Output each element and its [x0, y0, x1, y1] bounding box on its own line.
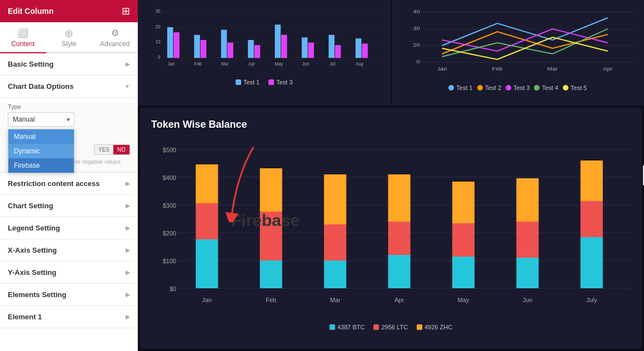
legend-item-btc: 4387 BTC: [330, 324, 365, 330]
sidebar-item-elements-setting[interactable]: Elements Setting ▶: [0, 284, 138, 306]
chart-data-options-expanded: Type Manual Dynamic Firebase ▼ Manual Dy…: [0, 103, 138, 173]
svg-rect-14: [248, 40, 254, 58]
legend-label-ltest2: Test 2: [485, 84, 501, 91]
svg-rect-57: [196, 203, 218, 239]
legend-label-test3: Test 3: [276, 79, 292, 86]
toggle-no[interactable]: NO: [113, 145, 129, 154]
svg-rect-22: [356, 38, 362, 58]
svg-rect-73: [516, 178, 538, 222]
tab-content[interactable]: ⬜ Content: [0, 22, 46, 53]
svg-rect-9: [173, 32, 179, 58]
svg-rect-64: [324, 174, 346, 224]
line-chart-svg: 0 20 30 40 Jan Feb Mar Apr: [401, 7, 636, 79]
grid-icon[interactable]: ⊞: [122, 5, 130, 17]
sidebar-tabs: ⬜ Content ◎ Style ⚙ Advanced: [0, 22, 138, 53]
chevron-right-icon-3: ▶: [126, 203, 130, 209]
svg-text:Feb: Feb: [194, 62, 202, 67]
svg-rect-67: [388, 174, 410, 222]
svg-rect-20: [328, 35, 335, 58]
svg-text:Mar: Mar: [221, 62, 229, 67]
sidebar-item-chart-data-options[interactable]: Chart Data Options ▼: [0, 76, 138, 98]
type-dropdown-menu: Manual Dynamic Firebase: [8, 129, 74, 173]
sidebar-item-xaxis[interactable]: X-Axis Setting ▶: [0, 239, 138, 262]
svg-rect-19: [308, 43, 314, 58]
svg-rect-58: [196, 164, 218, 203]
xaxis-label: X-Axis Setting: [8, 246, 57, 254]
svg-text:July: July: [586, 297, 597, 303]
dropdown-option-manual[interactable]: Manual: [8, 129, 74, 144]
chevron-right-icon-2: ▶: [126, 180, 130, 187]
svg-text:30: 30: [413, 26, 420, 31]
legend-item-ltest1: Test 1: [448, 84, 472, 91]
dropdown-option-dynamic[interactable]: Dynamic: [8, 144, 74, 158]
legend-label-ltest1: Test 1: [456, 84, 472, 91]
legend-item-ltest5: Test 5: [563, 84, 587, 91]
tab-content-label: Content: [11, 40, 34, 48]
svg-text:May: May: [274, 62, 283, 67]
legend-dot-ltest1: [448, 85, 454, 91]
type-select[interactable]: Manual Dynamic Firebase: [8, 112, 74, 127]
sidebar-content: Basic Setting ▶ Chart Data Options ▼ Typ…: [0, 53, 138, 351]
element1-label: Element 1: [8, 313, 42, 321]
svg-rect-75: [581, 201, 603, 237]
svg-text:20: 20: [413, 42, 420, 48]
legend-dot-ltc: [373, 324, 379, 330]
svg-text:40: 40: [413, 9, 420, 14]
chevron-right-icon-8: ▶: [126, 314, 130, 320]
tab-style[interactable]: ◎ Style: [46, 22, 92, 52]
svg-text:$500: $500: [163, 147, 177, 153]
svg-text:Feb: Feb: [492, 66, 503, 72]
chevron-right-icon-4: ▶: [126, 225, 130, 231]
svg-text:Jan: Jan: [202, 297, 212, 303]
svg-rect-69: [452, 223, 475, 257]
sidebar-item-yaxis[interactable]: Y-Axis Setting ▶: [0, 262, 138, 284]
legend-dot-ltest5: [563, 85, 568, 91]
svg-text:0: 0: [416, 59, 420, 64]
tab-advanced-label: Advanced: [100, 40, 129, 48]
svg-rect-23: [362, 43, 368, 58]
token-chart-svg: $0 $100 $200 $300 $400 $500: [151, 138, 631, 322]
svg-text:$400: $400: [163, 174, 177, 181]
legend-dot-zhc: [417, 324, 422, 330]
chart-data-label: Chart Data Options: [8, 82, 73, 91]
sidebar-item-basic-setting[interactable]: Basic Setting ▶: [0, 53, 138, 76]
svg-text:Mar: Mar: [330, 297, 341, 303]
bar-chart-svg: 0 10 20 30: [147, 7, 382, 73]
advanced-icon: ⚙: [111, 28, 119, 38]
svg-rect-76: [581, 161, 603, 201]
dropdown-option-firebase[interactable]: Firebase: [8, 158, 74, 173]
sidebar-item-element1[interactable]: Element 1 ▶: [0, 306, 138, 328]
toggle-switch: YES NO: [94, 144, 130, 155]
chevron-right-icon: ▶: [126, 61, 130, 67]
svg-rect-16: [275, 24, 281, 58]
svg-rect-13: [227, 43, 233, 58]
svg-rect-18: [302, 37, 308, 58]
sidebar-item-restriction[interactable]: Restriction content access ▶: [0, 173, 138, 195]
sidebar-title: Edit Column: [8, 7, 53, 16]
svg-rect-10: [194, 35, 200, 58]
svg-text:Jan: Jan: [168, 62, 175, 67]
legend-label-ltc: 2956 LTC: [381, 324, 408, 330]
legend-item-test3: Test 3: [268, 79, 292, 86]
sidebar-item-chart-setting[interactable]: Chart Setting ▶: [0, 195, 138, 217]
style-icon: ◎: [65, 28, 73, 38]
svg-text:Apr: Apr: [395, 297, 404, 303]
tab-advanced[interactable]: ⚙ Advanced: [92, 22, 138, 52]
svg-rect-72: [516, 222, 538, 258]
legend-label-ltest3: Test 3: [513, 84, 530, 91]
svg-text:Jun: Jun: [302, 62, 309, 67]
token-chart-legend: 4387 BTC 2956 LTC 4926 ZHC: [151, 324, 631, 330]
svg-rect-61: [260, 168, 282, 212]
line-chart-panel: 0 20 30 40 Jan Feb Mar Apr Test 1: [392, 0, 645, 106]
svg-rect-65: [388, 255, 410, 288]
svg-rect-59: [260, 260, 282, 288]
sidebar-item-legend-setting[interactable]: Legend Setting ▶: [0, 217, 138, 239]
svg-text:$100: $100: [163, 258, 177, 264]
svg-text:10: 10: [156, 39, 161, 44]
line-chart-legend: Test 1 Test 2 Test 3 Test 4 Test 5: [401, 84, 636, 91]
legend-dot-test3: [268, 79, 274, 85]
legend-label-zhc: 4926 ZHC: [425, 324, 452, 330]
toggle-yes[interactable]: YES: [94, 145, 113, 154]
chevron-down-icon: ▼: [124, 83, 130, 89]
svg-rect-17: [281, 35, 287, 58]
